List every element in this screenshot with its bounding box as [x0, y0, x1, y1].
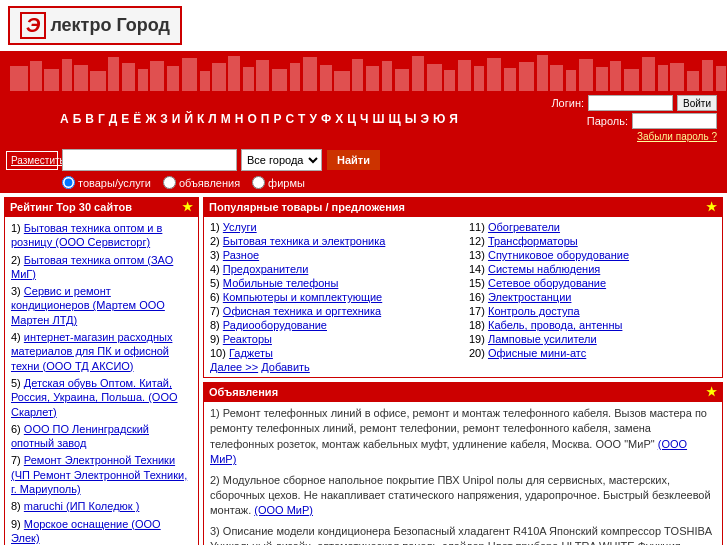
popular-link-14[interactable]: Системы наблюдения: [488, 263, 600, 275]
search-type-ads-radio[interactable]: [163, 176, 176, 189]
popular-link-18[interactable]: Кабель, провода, антенны: [488, 319, 622, 331]
svg-rect-36: [550, 65, 563, 91]
alpha-u[interactable]: У: [307, 112, 318, 126]
alpha-o[interactable]: О: [245, 112, 258, 126]
ann-item: 3) Описание модели кондиционера Безопасн…: [210, 524, 716, 545]
alpha-g[interactable]: Г: [96, 112, 107, 126]
password-input[interactable]: [632, 113, 717, 129]
svg-rect-21: [320, 65, 332, 91]
alpha-f[interactable]: Ф: [319, 112, 333, 126]
popular-link-19[interactable]: Ламповые усилители: [488, 333, 597, 345]
search-button[interactable]: Найти: [326, 149, 381, 171]
popular-link-10[interactable]: Гаджеты: [229, 347, 273, 359]
popular-link-4[interactable]: Предохранители: [223, 263, 309, 275]
alpha-yo[interactable]: Ё: [131, 112, 143, 126]
alpha-ts[interactable]: Ц: [345, 112, 358, 126]
alpha-r[interactable]: Р: [271, 112, 283, 126]
alpha-t[interactable]: Т: [296, 112, 307, 126]
alpha-n[interactable]: Н: [233, 112, 246, 126]
alpha-ya[interactable]: Я: [447, 112, 460, 126]
popular-link-6[interactable]: Компьютеры и комплектующие: [223, 291, 382, 303]
alpha-d[interactable]: Д: [107, 112, 120, 126]
alpha-b[interactable]: Б: [71, 112, 84, 126]
popular-link-12[interactable]: Трансформаторы: [488, 235, 578, 247]
alpha-ch[interactable]: Ч: [358, 112, 370, 126]
login-input[interactable]: [588, 95, 673, 111]
popular-link-7[interactable]: Офисная техника и оргтехника: [223, 305, 381, 317]
item-num: 2): [210, 235, 223, 247]
rating-link-8[interactable]: maruchi (ИП Коледюк ): [24, 500, 140, 512]
alpha-kh[interactable]: Х: [333, 112, 345, 126]
alpha-p[interactable]: П: [259, 112, 272, 126]
search-type-ads[interactable]: объявления: [163, 176, 240, 189]
login-button[interactable]: Войти: [677, 95, 717, 111]
list-item: 2) Бытовая техника оптом (ЗАО МиГ): [11, 253, 192, 282]
more-link[interactable]: Далее >>: [210, 361, 258, 373]
city-select[interactable]: Все города: [241, 149, 322, 171]
popular-link-16[interactable]: Электростанции: [488, 291, 571, 303]
rating-link-7[interactable]: Ремонт Электронной Техники (ЧП Ремонт Эл…: [11, 454, 187, 495]
rating-link-9[interactable]: Морское оснащение (ООО Элек): [11, 518, 161, 544]
top-bar: А Б В Г Д Е Ё Ж З И Й К Л М Н О П Р С Т …: [0, 91, 727, 193]
popular-link-13[interactable]: Спутниковое оборудование: [488, 249, 629, 261]
svg-rect-29: [444, 70, 455, 91]
alpha-iy[interactable]: Й: [182, 112, 195, 126]
svg-rect-11: [167, 66, 179, 91]
popular-link-3[interactable]: Разное: [223, 249, 259, 261]
popular-link-2[interactable]: Бытовая техника и электроника: [223, 235, 385, 247]
add-link[interactable]: Добавить: [261, 361, 310, 373]
alpha-z[interactable]: З: [158, 112, 170, 126]
popular-link-1[interactable]: Услуги: [223, 221, 257, 233]
main-content: Рейтинг Top 30 сайтов ★ 1) Бытовая техни…: [0, 193, 727, 545]
alpha-k[interactable]: К: [195, 112, 206, 126]
alpha-sh[interactable]: Ш: [370, 112, 386, 126]
alpha-shch[interactable]: Щ: [386, 112, 402, 126]
popular-link-15[interactable]: Сетевое оборудование: [488, 277, 606, 289]
alpha-a[interactable]: А: [58, 112, 71, 126]
forgot-password-link[interactable]: Забыли пароль ?: [637, 131, 717, 142]
razmestitj-button[interactable]: Разместить: [6, 151, 58, 170]
alpha-v[interactable]: В: [83, 112, 96, 126]
search-type-firms[interactable]: фирмы: [252, 176, 305, 189]
svg-rect-34: [519, 62, 534, 91]
rating-link-5[interactable]: Детская обувь Оптом. Китай, Россия, Укра…: [11, 377, 178, 418]
popular-link-11[interactable]: Обогреватели: [488, 221, 560, 233]
alpha-m[interactable]: М: [219, 112, 233, 126]
alpha-e[interactable]: Е: [119, 112, 131, 126]
alpha-y[interactable]: Ы: [403, 112, 419, 126]
ann-num-3: 3): [210, 525, 223, 537]
popular-link-20[interactable]: Офисные мини-атс: [488, 347, 586, 359]
svg-rect-32: [487, 58, 501, 91]
alpha-s[interactable]: С: [283, 112, 296, 126]
ann-num-1: 1): [210, 407, 223, 419]
popular-link-8[interactable]: Радиооборудование: [223, 319, 327, 331]
search-input[interactable]: [62, 149, 237, 171]
header: Э лектро Город: [0, 0, 727, 51]
rating-link-3[interactable]: Сервис и ремонт кондиционеров (Мартем ОО…: [11, 285, 165, 326]
alpha-yu[interactable]: Ю: [431, 112, 447, 126]
popular-link-9[interactable]: Реакторы: [223, 333, 272, 345]
search-type-ads-label: объявления: [179, 177, 240, 189]
search-type-firms-radio[interactable]: [252, 176, 265, 189]
ann-link-2[interactable]: (ООО МиР): [254, 504, 313, 516]
rating-link-4[interactable]: интернет-магазин расходных материалов дл…: [11, 331, 172, 372]
svg-rect-1: [10, 66, 28, 91]
alpha-ee[interactable]: Э: [418, 112, 431, 126]
alpha-i[interactable]: И: [170, 112, 183, 126]
list-item: 1) Услуги: [210, 221, 457, 233]
alpha-zh[interactable]: Ж: [143, 112, 158, 126]
alpha-l[interactable]: Л: [206, 112, 218, 126]
rating-link-6[interactable]: ООО ПО Ленинградский опотный завод: [11, 423, 149, 449]
svg-rect-12: [182, 58, 197, 91]
login-area: Логин: Войти Пароль: Забыли пароль ?: [547, 93, 721, 144]
list-item: 13) Спутниковое оборудование: [469, 249, 716, 261]
rating-link-1[interactable]: Бытовая техника оптом и в розницу (ООО С…: [11, 222, 162, 248]
svg-rect-35: [537, 55, 548, 91]
popular-link-17[interactable]: Контроль доступа: [488, 305, 580, 317]
search-type-goods-radio[interactable]: [62, 176, 75, 189]
svg-rect-43: [658, 65, 668, 91]
popular-link-5[interactable]: Мобильные телефоны: [223, 277, 339, 289]
rating-link-2[interactable]: Бытовая техника оптом (ЗАО МиГ): [11, 254, 173, 280]
svg-rect-5: [74, 65, 88, 91]
search-type-goods[interactable]: товары/услуги: [62, 176, 151, 189]
